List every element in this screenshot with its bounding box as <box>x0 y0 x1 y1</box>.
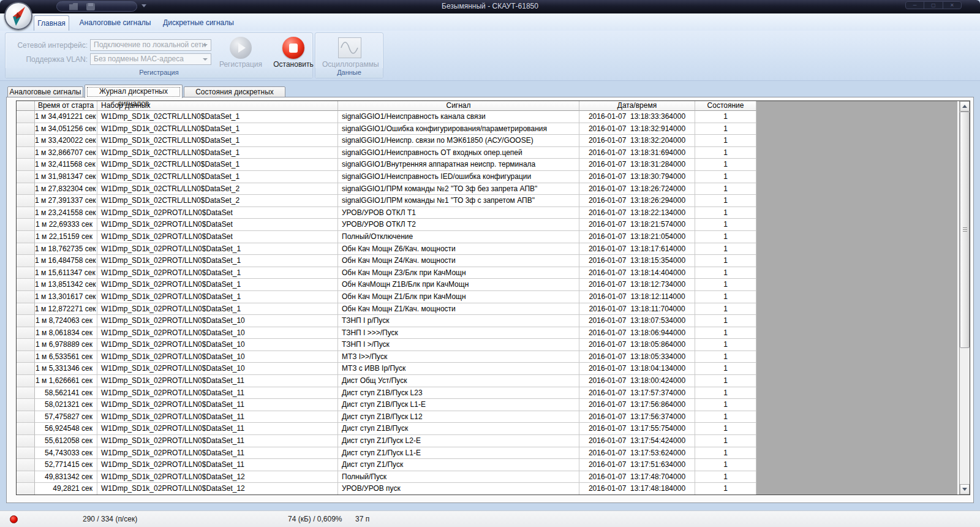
row-selector-cell[interactable] <box>17 255 35 267</box>
signal-cell: signalGGIO1/Неисправность канала связи <box>338 111 579 123</box>
time-cell: 58,021321 сек <box>35 399 97 411</box>
table-row[interactable]: 1 м 33,420022 сек W1Dmp_SD1k_02CTRL/LLN0… <box>17 135 756 147</box>
row-selector-cell[interactable] <box>17 267 35 279</box>
table-row[interactable]: 1 м 34,491221 сек W1Dmp_SD1k_02CTRL/LLN0… <box>17 111 756 123</box>
time-cell: 1 м 15,611347 сек <box>35 267 97 279</box>
table-row[interactable]: 1 м 8,061834 сек W1Dmp_SD1k_02PROT/LLN0$… <box>17 327 756 339</box>
table-row[interactable]: 1 м 18,762735 сек W1Dmp_SD1k_02PROT/LLN0… <box>17 243 756 256</box>
row-selector-cell[interactable] <box>17 123 35 135</box>
tab-discrete-signal-log[interactable]: Журнал дискретных сигналов <box>85 85 183 98</box>
quick-access-more-icon[interactable] <box>141 4 146 7</box>
row-selector-cell[interactable] <box>17 447 35 460</box>
row-selector-cell[interactable] <box>17 135 35 147</box>
row-selector-cell[interactable] <box>17 111 35 123</box>
table-row[interactable]: 1 м 32,411568 сек W1Dmp_SD1k_02CTRL/LLN0… <box>17 159 756 171</box>
maximize-button[interactable]: ▢ <box>924 2 943 9</box>
table-row[interactable]: 55,612058 сек W1Dmp_SD1k_02PROT/LLN0$Dat… <box>17 435 756 447</box>
column-header-time[interactable]: Время от старта <box>35 101 97 111</box>
close-button[interactable]: ✕ <box>943 2 961 9</box>
ribbon-tab-discrete-signals[interactable]: Дискретные сигналы <box>160 15 236 31</box>
row-selector-cell[interactable] <box>17 195 35 207</box>
table-row[interactable]: 1 м 12,872271 сек W1Dmp_SD1k_02PROT/LLN0… <box>17 303 756 316</box>
table-row[interactable]: 1 м 6,533561 сек W1Dmp_SD1k_02PROT/LLN0$… <box>17 351 756 363</box>
title-bar: Безымянный - СКАУТ-61850 ─ ▢ ✕ <box>0 0 980 13</box>
open-file-icon[interactable] <box>69 3 78 10</box>
dataset-cell: W1Dmp_SD1k_02PROT/LLN0$DataSet_1 <box>97 291 338 303</box>
network-interface-select[interactable]: Подключение по локальной сети <box>90 39 211 51</box>
table-row[interactable]: 52,771415 сек W1Dmp_SD1k_02PROT/LLN0$Dat… <box>17 459 756 471</box>
table-row[interactable]: 1 м 31,981347 сек W1Dmp_SD1k_02CTRL/LLN0… <box>17 171 756 183</box>
table-row[interactable]: 57,475827 сек W1Dmp_SD1k_02PROT/LLN0$Dat… <box>17 411 756 423</box>
chevron-down-icon <box>203 58 208 61</box>
row-selector-cell[interactable] <box>17 315 35 327</box>
row-selector-cell[interactable] <box>17 459 35 471</box>
row-selector-cell[interactable] <box>17 147 35 159</box>
signal-cell: Дист ступ Z1B/Пуск <box>338 423 579 435</box>
table-row[interactable]: 1 м 1,626661 сек W1Dmp_SD1k_02PROT/LLN0$… <box>17 375 756 387</box>
ribbon-tab-main[interactable]: Главная <box>34 15 69 31</box>
row-selector-cell[interactable] <box>17 291 35 303</box>
table-row[interactable]: 1 м 32,866707 сек W1Dmp_SD1k_02CTRL/LLN0… <box>17 147 756 159</box>
table-row[interactable]: 1 м 27,391337 сек W1Dmp_SD1k_02CTRL/LLN0… <box>17 195 756 207</box>
table-row[interactable]: 1 м 22,69333 сек W1Dmp_SD1k_02PROT/LLN0$… <box>17 219 756 231</box>
table-row[interactable]: 1 м 15,611347 сек W1Dmp_SD1k_02PROT/LLN0… <box>17 267 756 279</box>
column-header-state[interactable]: Состояние <box>695 101 756 111</box>
table-row[interactable]: 49,831342 сек W1Dmp_SD1k_02PROT/LLN0$Dat… <box>17 471 756 483</box>
table-row[interactable]: 58,021321 сек W1Dmp_SD1k_02PROT/LLN0$Dat… <box>17 399 756 411</box>
row-selector-cell[interactable] <box>17 435 35 447</box>
row-selector-cell[interactable] <box>17 303 35 316</box>
table-row[interactable]: 1 м 6,978889 сек W1Dmp_SD1k_02PROT/LLN0$… <box>17 339 756 351</box>
time-cell: 1 м 32,411568 сек <box>35 159 97 171</box>
row-selector-cell[interactable] <box>17 243 35 256</box>
application-menu-button[interactable] <box>4 2 32 30</box>
row-selector-cell[interactable] <box>17 183 35 195</box>
row-selector-header[interactable] <box>17 101 35 111</box>
tab-analog-signals[interactable]: Аналоговые сигналы <box>7 86 83 97</box>
table-row[interactable]: 54,743033 сек W1Dmp_SD1k_02PROT/LLN0$Dat… <box>17 447 756 460</box>
row-selector-cell[interactable] <box>17 207 35 219</box>
column-header-signal[interactable]: Сигнал <box>338 101 579 111</box>
signal-cell: УРОВ/УРОВ ОТКЛ Т2 <box>338 219 579 231</box>
minimize-button[interactable]: ─ <box>906 2 924 9</box>
row-selector-cell[interactable] <box>17 279 35 291</box>
table-row[interactable]: 1 м 22,15159 сек W1Dmp_SD1k_02PROT/LLN0$… <box>17 231 756 243</box>
table-row[interactable]: 1 м 8,724063 сек W1Dmp_SD1k_02PROT/LLN0$… <box>17 315 756 327</box>
table-row[interactable]: 1 м 16,484758 сек W1Dmp_SD1k_02PROT/LLN0… <box>17 255 756 267</box>
ribbon-tab-analog-signals[interactable]: Аналоговые сигналы <box>75 15 156 31</box>
row-selector-cell[interactable] <box>17 171 35 183</box>
table-row[interactable]: 1 м 5,331346 сек W1Dmp_SD1k_02PROT/LLN0$… <box>17 363 756 375</box>
time-cell: 1 м 23,241558 сек <box>35 207 97 219</box>
column-header-datetime[interactable]: Дата/время <box>579 101 695 111</box>
row-selector-cell[interactable] <box>17 363 35 375</box>
table-row[interactable]: 1 м 13,851342 сек W1Dmp_SD1k_02PROT/LLN0… <box>17 279 756 291</box>
row-selector-cell[interactable] <box>17 423 35 435</box>
table-row[interactable]: 49,2821 сек W1Dmp_SD1k_02PROT/LLN0$DataS… <box>17 483 756 495</box>
row-selector-cell[interactable] <box>17 327 35 339</box>
row-selector-cell[interactable] <box>17 219 35 231</box>
table-row[interactable]: 1 м 23,241558 сек W1Dmp_SD1k_02PROT/LLN0… <box>17 207 756 219</box>
time-cell: 1 м 27,832304 сек <box>35 183 97 195</box>
row-selector-cell[interactable] <box>17 375 35 387</box>
scrollbar-thumb[interactable] <box>960 112 970 348</box>
table-row[interactable]: 1 м 27,832304 сек W1Dmp_SD1k_02CTRL/LLN0… <box>17 183 756 195</box>
table-row[interactable]: 1 м 34,051256 сек W1Dmp_SD1k_02CTRL/LLN0… <box>17 123 756 135</box>
table-row[interactable]: 58,562141 сек W1Dmp_SD1k_02PROT/LLN0$Dat… <box>17 387 756 400</box>
row-selector-cell[interactable] <box>17 339 35 351</box>
vertical-scrollbar[interactable] <box>959 101 970 495</box>
row-selector-cell[interactable] <box>17 471 35 483</box>
row-selector-cell[interactable] <box>17 411 35 423</box>
row-selector-cell[interactable] <box>17 159 35 171</box>
save-icon[interactable] <box>86 3 95 10</box>
scroll-up-icon[interactable] <box>960 101 970 112</box>
vlan-support-select[interactable]: Без подмены MAC-адреса <box>90 53 211 65</box>
table-row[interactable]: 1 м 13,301617 сек W1Dmp_SD1k_02PROT/LLN0… <box>17 291 756 303</box>
row-selector-cell[interactable] <box>17 387 35 400</box>
row-selector-cell[interactable] <box>17 483 35 495</box>
tab-discrete-signal-states[interactable]: Состояния дискретных сигналов <box>184 86 285 97</box>
table-row[interactable]: 56,924548 сек W1Dmp_SD1k_02PROT/LLN0$Dat… <box>17 423 756 435</box>
scroll-down-icon[interactable] <box>960 484 970 495</box>
row-selector-cell[interactable] <box>17 399 35 411</box>
row-selector-cell[interactable] <box>17 231 35 243</box>
row-selector-cell[interactable] <box>17 351 35 363</box>
dataset-cell: W1Dmp_SD1k_02PROT/LLN0$DataSet_10 <box>97 351 338 363</box>
